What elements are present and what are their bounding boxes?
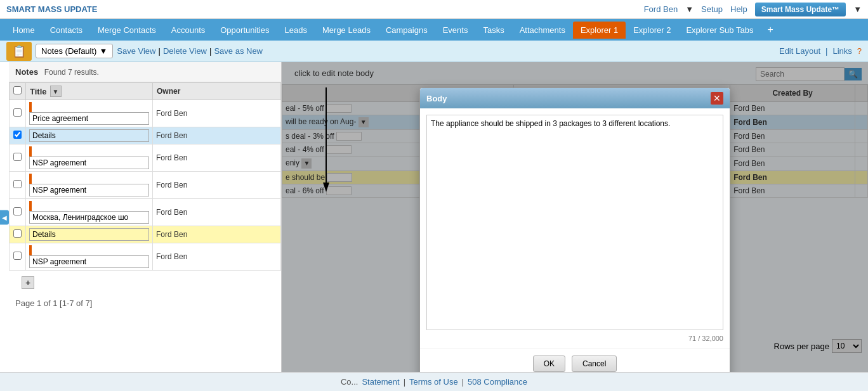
left-edge-tab[interactable]: ◀ xyxy=(0,210,9,224)
footer: Co... Statement | Terms of Use | 508 Com… xyxy=(0,372,868,391)
nav-item-accounts[interactable]: Accounts xyxy=(164,22,213,39)
table-row: Ford Ben xyxy=(10,144,281,172)
modal-header: Body ✕ xyxy=(420,88,730,108)
notes-dropdown[interactable]: Notes (Default) ▼ xyxy=(36,44,113,58)
nav-item-tasks[interactable]: Tasks xyxy=(475,22,511,39)
row1-title-cell xyxy=(26,100,153,127)
nav-item-add[interactable]: + xyxy=(761,22,779,38)
table-row: Ford Ben xyxy=(10,100,281,127)
row3-title-cell xyxy=(26,144,153,172)
modal-ok-button[interactable]: OK xyxy=(533,356,565,372)
notes-title: Notes xyxy=(15,67,38,77)
help-link[interactable]: Help xyxy=(730,4,747,14)
nav-item-merge-leads[interactable]: Merge Leads xyxy=(315,22,378,39)
info-icon: ? xyxy=(857,46,862,56)
delete-view-link[interactable]: Delete View xyxy=(163,46,207,56)
smart-mass-dropdown-icon[interactable]: ▼ xyxy=(853,4,862,14)
nav-item-campaigns[interactable]: Campaigns xyxy=(378,22,435,39)
modal-textarea[interactable]: The appliance should be shipped in 3 pac… xyxy=(426,115,723,330)
row4-checkbox[interactable] xyxy=(13,180,22,188)
row-indicator xyxy=(29,201,32,211)
user-dropdown-icon[interactable]: ▼ xyxy=(685,4,694,14)
notes-found: Found 7 results. xyxy=(44,68,99,77)
sub-bar: 📋 Notes (Default) ▼ Save View | Delete V… xyxy=(0,41,868,62)
modal-char-count: 71 / 32,000 xyxy=(426,335,723,342)
links-link[interactable]: Links xyxy=(832,46,852,56)
sub-bar-left: 📋 Notes (Default) ▼ Save View | Delete V… xyxy=(6,42,263,61)
row2-title-input[interactable] xyxy=(29,129,149,142)
edit-layout-link[interactable]: Edit Layout xyxy=(779,46,820,56)
save-as-new-link[interactable]: Save as New xyxy=(214,46,263,56)
row6-title-cell xyxy=(26,226,153,243)
pagination: Page 1 of 1 [1-7 of 7] xyxy=(9,295,281,312)
nav-item-home[interactable]: Home xyxy=(5,22,43,39)
smart-mass-button[interactable]: Smart Mass Update™ xyxy=(755,3,846,16)
row6-owner: Ford Ben xyxy=(153,226,281,243)
nav-item-merge-contacts[interactable]: Merge Contacts xyxy=(90,22,164,39)
nav-item-leads[interactable]: Leads xyxy=(277,22,315,39)
add-row-button[interactable]: + xyxy=(22,276,34,289)
row5-title-input[interactable] xyxy=(29,211,149,224)
title-filter-btn[interactable]: ▼ xyxy=(50,86,62,97)
notes-dropdown-chevron: ▼ xyxy=(99,46,107,56)
footer-compliance-link[interactable]: 508 Compliance xyxy=(468,377,527,387)
select-all-checkbox[interactable] xyxy=(13,86,22,94)
row3-checkbox[interactable] xyxy=(13,153,22,161)
top-bar-right: Ford Ben ▼ Setup Help Smart Mass Update™… xyxy=(644,3,862,16)
row7-owner: Ford Ben xyxy=(153,243,281,271)
sub-bar-links: Save View | Delete View | Save as New xyxy=(117,46,263,56)
setup-link[interactable]: Setup xyxy=(701,4,723,14)
nav-item-explorer-sub[interactable]: Explorer Sub Tabs xyxy=(678,22,761,39)
nav-item-contacts[interactable]: Contacts xyxy=(43,22,90,39)
row5-checkbox-cell xyxy=(10,199,26,226)
table-row: Ford Ben xyxy=(10,199,281,226)
th-checkbox xyxy=(10,83,26,100)
row1-title-input[interactable] xyxy=(29,112,149,125)
row7-title-input[interactable] xyxy=(29,255,149,268)
row7-checkbox-cell xyxy=(10,243,26,271)
row1-checkbox-cell xyxy=(10,100,26,127)
pagination-text: Page 1 of 1 [1-7 of 7] xyxy=(15,298,92,308)
row4-checkbox-cell xyxy=(10,172,26,199)
modal-cancel-button[interactable]: Cancel xyxy=(572,356,617,372)
modal-close-button[interactable]: ✕ xyxy=(711,92,723,105)
add-row-area: + xyxy=(9,271,281,295)
nav-item-events[interactable]: Events xyxy=(435,22,476,39)
row4-title-input[interactable] xyxy=(29,184,149,196)
notes-table: Title ▼ Owner Ford xyxy=(9,82,281,271)
row3-title-input[interactable] xyxy=(29,157,149,169)
row6-checkbox[interactable] xyxy=(13,229,22,238)
row1-checkbox[interactable] xyxy=(13,108,22,117)
footer-terms-link[interactable]: Terms of Use xyxy=(409,377,458,387)
nav-item-attachments[interactable]: Attachments xyxy=(512,22,573,39)
row6-title-input[interactable] xyxy=(29,228,149,241)
nav-item-explorer2[interactable]: Explorer 2 xyxy=(626,22,678,39)
top-bar-left: SMART MASS UPDATE xyxy=(6,4,97,14)
modal-title: Body xyxy=(426,94,447,103)
row5-owner: Ford Ben xyxy=(153,199,281,226)
row-indicator xyxy=(29,245,32,255)
save-view-link[interactable]: Save View xyxy=(117,46,155,56)
user-menu[interactable]: Ford Ben xyxy=(644,4,678,14)
row2-title-cell xyxy=(26,127,153,144)
right-panel: click to edit note body 🔍 Created Date xyxy=(282,62,868,372)
row7-checkbox[interactable] xyxy=(13,252,22,260)
row2-checkbox[interactable] xyxy=(13,131,22,139)
modal-footer: OK Cancel xyxy=(420,349,730,372)
th-owner: Owner xyxy=(153,83,281,100)
nav-item-explorer1[interactable]: Explorer 1 xyxy=(573,22,626,39)
row3-owner: Ford Ben xyxy=(153,144,281,172)
row6-checkbox-cell xyxy=(10,226,26,243)
top-bar: SMART MASS UPDATE Ford Ben ▼ Setup Help … xyxy=(0,0,868,19)
row5-checkbox[interactable] xyxy=(13,207,22,215)
footer-statement-link[interactable]: Statement xyxy=(362,377,399,387)
table-header-row: Title ▼ Owner xyxy=(10,83,281,100)
table-row: Ford Ben xyxy=(10,243,281,271)
table-row: Ford Ben xyxy=(10,172,281,199)
modal-overlay: Body ✕ The appliance should be shipped i… xyxy=(282,62,868,372)
table-row: Ford Ben xyxy=(10,226,281,243)
notes-dropdown-label: Notes (Default) xyxy=(41,46,96,56)
th-title: Title ▼ xyxy=(26,83,153,100)
nav-item-opportunities[interactable]: Opportunities xyxy=(213,22,277,39)
row4-title-cell xyxy=(26,172,153,199)
